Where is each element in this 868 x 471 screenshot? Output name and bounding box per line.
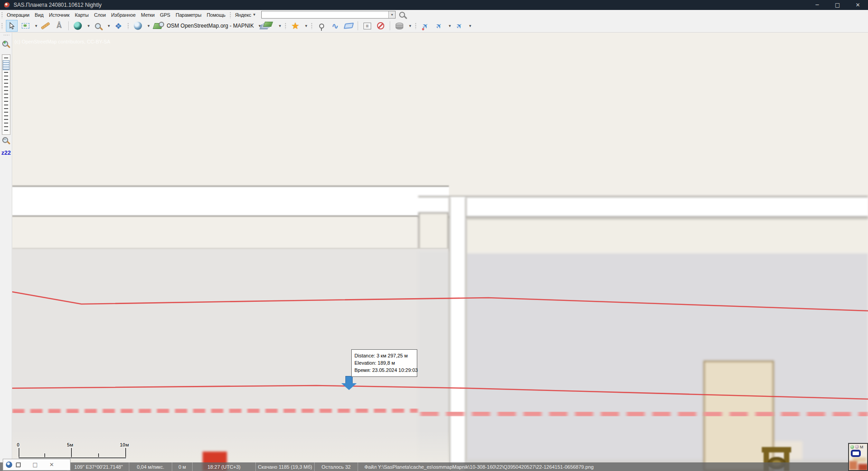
status-elevation: 0 м bbox=[172, 462, 192, 471]
cache-manager-button[interactable] bbox=[393, 20, 405, 32]
scale-label-5m: 5м bbox=[67, 442, 73, 447]
go-to-dropdown-icon[interactable]: ▼ bbox=[87, 24, 90, 28]
gps-satellite-icon: ✈ bbox=[434, 20, 444, 31]
search-tool-button[interactable] bbox=[92, 20, 104, 32]
status-remaining: Осталось 32 bbox=[314, 462, 358, 471]
minimize-button[interactable]: ─ bbox=[807, 0, 827, 10]
search-dropdown-button[interactable]: ▼ bbox=[388, 11, 395, 18]
status-tile-file-path: Файл Y:\SasPlaneta\cache_es\osmmapMapnik… bbox=[358, 462, 868, 471]
scale-tick bbox=[19, 448, 19, 458]
menu-view[interactable]: Вид bbox=[32, 10, 46, 19]
fullscreen-button[interactable]: ❖ bbox=[113, 20, 124, 32]
track-line-lower bbox=[12, 385, 868, 399]
search-toolbar-grip[interactable] bbox=[230, 12, 231, 18]
favorites-toolbar-grip[interactable] bbox=[285, 23, 286, 29]
scale-label-0: 0 bbox=[17, 442, 19, 447]
zoom-out-icon[interactable]: – bbox=[2, 137, 8, 143]
restore-icon[interactable] bbox=[16, 462, 21, 467]
menu-favorites[interactable]: Избранное bbox=[108, 10, 138, 19]
gps-options-button[interactable]: ✈ bbox=[453, 20, 465, 32]
gps-track-button[interactable]: ✈ bbox=[433, 20, 445, 32]
toolbar-separator bbox=[68, 21, 69, 30]
zoom-slider[interactable] bbox=[2, 54, 10, 135]
magnifier-icon bbox=[95, 23, 101, 29]
toolbar-grip[interactable] bbox=[1, 23, 3, 29]
gps-toolbar-grip[interactable] bbox=[415, 23, 416, 29]
scale-tick bbox=[125, 448, 126, 458]
placemark-list-icon: ≡ bbox=[363, 23, 371, 29]
pan-tool-button[interactable] bbox=[6, 20, 18, 32]
prohibition-icon bbox=[377, 22, 384, 29]
favorites-button[interactable]: ★ bbox=[289, 20, 301, 32]
distance-calc-button[interactable]: Å bbox=[53, 20, 65, 32]
ruler-tool-button[interactable] bbox=[40, 20, 52, 32]
minimap-panel[interactable]: M bbox=[848, 443, 868, 471]
menu-gps[interactable]: GPS bbox=[157, 10, 173, 19]
map-road-horizontal-left bbox=[12, 186, 449, 217]
map-source-globe-button[interactable] bbox=[132, 20, 144, 32]
minimap-map-content bbox=[849, 461, 857, 470]
menu-maps[interactable]: Карты bbox=[72, 10, 91, 19]
layers-dropdown-icon[interactable]: ▼ bbox=[278, 24, 282, 28]
gps-connect-button[interactable]: ✈ bbox=[420, 20, 431, 32]
layers-button[interactable] bbox=[263, 20, 275, 32]
mini-maximize-button[interactable]: □ bbox=[33, 462, 38, 467]
cache-dropdown-icon[interactable]: ▼ bbox=[408, 24, 412, 28]
menu-placemarks[interactable]: Метки bbox=[138, 10, 157, 19]
gps-track-dropdown-icon[interactable]: ▼ bbox=[448, 24, 452, 28]
zoom-in-icon[interactable]: + bbox=[2, 41, 8, 47]
maximize-button[interactable]: □ bbox=[827, 0, 848, 10]
placemark-manager-button[interactable]: ≡ bbox=[361, 20, 373, 32]
menu-help[interactable]: Помощь bbox=[204, 10, 228, 19]
menu-layers[interactable]: Слои bbox=[91, 10, 108, 19]
map-building-tan bbox=[703, 361, 774, 471]
status-downloaded: Скачано 1185 (19,3 Мб) bbox=[255, 462, 314, 471]
track-line-upper bbox=[12, 292, 868, 311]
search-dropdown-icon[interactable]: ▼ bbox=[107, 24, 111, 28]
map-source-label[interactable]: OSM OpenStreetMap.org - MAPNIK bbox=[167, 23, 254, 29]
minimap-map-content bbox=[858, 464, 868, 471]
add-placemark-button[interactable] bbox=[316, 20, 327, 32]
zoom-panel: + – z22 bbox=[0, 33, 12, 471]
add-path-button[interactable]: ∿ bbox=[329, 20, 341, 32]
selection-tool-button[interactable] bbox=[19, 20, 31, 32]
status-time: 18:27 (UTC+3) bbox=[192, 462, 255, 471]
track-point-marker bbox=[345, 376, 353, 384]
selection-rect-icon bbox=[22, 23, 29, 29]
mini-close-button[interactable]: ✕ bbox=[49, 462, 54, 467]
map-type-button[interactable] bbox=[152, 20, 164, 32]
hide-marks-button[interactable] bbox=[375, 20, 387, 32]
fullscreen-icon: ❖ bbox=[115, 21, 122, 31]
minimap-viewport-icon bbox=[851, 450, 861, 457]
tooltip-distance: Distance: 3 км 297,25 м bbox=[354, 352, 414, 359]
minimap-marker-icon[interactable] bbox=[855, 445, 859, 449]
map-with-magnifier-icon bbox=[153, 23, 163, 29]
menu-settings[interactable]: Параметры bbox=[173, 10, 204, 19]
menu-grip[interactable] bbox=[1, 12, 3, 18]
search-engine-selector[interactable]: Яндекс ▼ bbox=[232, 10, 259, 19]
map-canvas[interactable]: (c) OpenStreetMap contributors, CC-BY-SA… bbox=[12, 33, 868, 471]
toolbar-separator bbox=[358, 21, 358, 30]
favorites-dropdown-icon[interactable]: ▼ bbox=[304, 24, 308, 28]
add-polygon-button[interactable] bbox=[343, 20, 354, 32]
search-icon[interactable] bbox=[399, 12, 405, 18]
zoom-slider-thumb[interactable] bbox=[3, 60, 9, 70]
minimap-globe-icon[interactable] bbox=[850, 445, 854, 449]
map-source-dropdown-icon[interactable]: ▼ bbox=[147, 24, 151, 28]
marks-toolbar-grip[interactable] bbox=[311, 23, 312, 29]
placemark-icon bbox=[319, 24, 324, 29]
go-to-button[interactable] bbox=[72, 20, 84, 32]
zoom-panel-grip[interactable] bbox=[3, 34, 9, 36]
collapsed-window[interactable]: □ ✕ bbox=[3, 459, 71, 471]
menu-operations[interactable]: Операции bbox=[4, 10, 32, 19]
selection-dropdown-icon[interactable]: ▼ bbox=[34, 24, 38, 28]
map-type-dropdown-icon[interactable]: ▼ bbox=[258, 24, 261, 28]
search-input[interactable]: ▼ bbox=[261, 11, 396, 19]
title-bar: SAS.Планета 240801.10612 Nightly ─ □ ✕ bbox=[0, 0, 868, 10]
menu-source[interactable]: Источник bbox=[46, 10, 72, 19]
gps-options-dropdown-icon[interactable]: ▼ bbox=[468, 24, 472, 28]
maps-toolbar-grip[interactable] bbox=[127, 23, 129, 29]
path-icon: ∿ bbox=[331, 21, 339, 31]
close-button[interactable]: ✕ bbox=[848, 0, 868, 10]
status-map-scale: 0,04 м/пикс. bbox=[129, 462, 172, 471]
